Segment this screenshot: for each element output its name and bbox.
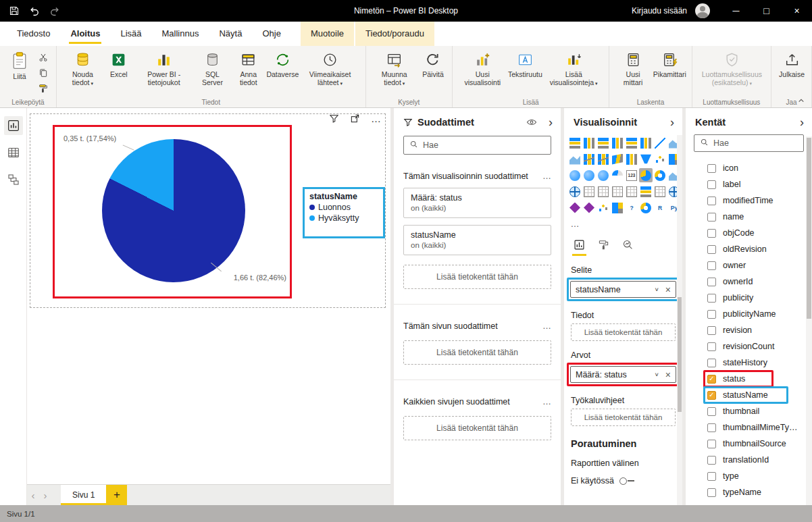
power-automate-button[interactable]: [582, 201, 596, 215]
pie-chart-visual[interactable]: [102, 139, 245, 282]
clustered-column-chart-button[interactable]: [611, 136, 624, 150]
field-item-owner[interactable]: owner: [686, 257, 812, 273]
scrollbar-thumb[interactable]: [678, 297, 682, 412]
page-tab-sivu-1[interactable]: Sivu 1: [61, 485, 106, 505]
tab-lisaa[interactable]: Lisää: [110, 22, 151, 46]
muunna-tiedot-button[interactable]: Muunna tiedot ▾: [371, 49, 418, 89]
checkbox-thumbnail[interactable]: [707, 407, 716, 416]
liita-button[interactable]: Liitä: [5, 49, 34, 82]
power-apps-button[interactable]: [568, 201, 582, 215]
checkbox-publicity[interactable]: [707, 294, 716, 303]
field-item-publicityname[interactable]: publicityName: [686, 306, 812, 322]
gauge-button[interactable]: [611, 168, 624, 182]
close-button[interactable]: ×: [782, 0, 812, 22]
slicer-button[interactable]: [597, 184, 610, 199]
dataverse-button[interactable]: Dataverse: [266, 49, 299, 80]
scrollbar[interactable]: [806, 136, 812, 505]
waterfall-chart-button[interactable]: [625, 152, 638, 166]
checkbox-label[interactable]: [707, 180, 716, 189]
get-more-visuals-button[interactable]: …: [568, 217, 582, 231]
remove-field-icon[interactable]: ×: [665, 369, 671, 380]
scrollbar-thumb[interactable]: [807, 138, 811, 319]
undo-icon[interactable]: [24, 0, 45, 22]
new-page-button[interactable]: +: [106, 485, 127, 505]
excel-button[interactable]: Excel: [104, 49, 134, 80]
multi-row-card-button[interactable]: [582, 184, 596, 199]
sign-in-button[interactable]: Kirjaudu sisään: [624, 6, 695, 16]
anna-tiedot-button[interactable]: Anna tiedot: [230, 49, 266, 89]
field-item-statehistory[interactable]: stateHistory: [686, 355, 812, 371]
field-item-label[interactable]: label: [686, 176, 812, 192]
decomposition-tree-button[interactable]: [611, 201, 624, 215]
clustered-bar-chart-button[interactable]: [597, 136, 610, 150]
checkbox-owner[interactable]: [707, 261, 716, 270]
viimeaikaiset-lahteet-button[interactable]: Viimeaikaiset lähteet ▾: [299, 49, 361, 89]
filter-icon[interactable]: [329, 113, 339, 124]
collapse-pane-icon[interactable]: ›: [800, 118, 804, 127]
fields-search[interactable]: [694, 134, 804, 152]
more-options-icon[interactable]: …: [542, 321, 551, 331]
more-options-icon[interactable]: …: [542, 396, 551, 407]
line-chart-button[interactable]: [653, 136, 667, 150]
line-and-clustered-column-chart-button[interactable]: [597, 152, 610, 166]
maximize-button[interactable]: □: [751, 0, 782, 22]
field-item-revision[interactable]: revision: [686, 322, 812, 338]
collapse-pane-icon[interactable]: ›: [549, 118, 553, 127]
luottamuksellisuus-esikatselu-button[interactable]: Luottamuksellisuus (esikatselu) ▾: [697, 49, 767, 89]
shape-map-button[interactable]: [597, 168, 610, 182]
collapse-ribbon-button[interactable]: [796, 97, 807, 105]
paginated-report-button[interactable]: [653, 184, 667, 199]
field-item-name[interactable]: name: [686, 209, 812, 225]
next-page-icon[interactable]: ›: [39, 485, 51, 505]
funnel-chart-button[interactable]: [639, 152, 653, 166]
filled-map-button[interactable]: [582, 168, 596, 182]
model-view-button[interactable]: [4, 170, 23, 189]
uusi-visualisointi-button[interactable]: Uusi visualisointi: [457, 49, 508, 89]
matrix-button[interactable]: [625, 184, 638, 199]
lisaa-visualisointeja-button[interactable]: Lisää visualisointeja ▾: [542, 49, 605, 89]
checkbox-ownerid[interactable]: [707, 278, 716, 286]
qna-button[interactable]: ?: [625, 201, 638, 215]
table-button[interactable]: [611, 184, 624, 199]
field-item-translationid[interactable]: translationId: [686, 452, 812, 468]
field-item-thumbnailsource[interactable]: thumbnailSource: [686, 436, 812, 452]
format-painter-button[interactable]: [36, 82, 51, 95]
legend-item-luonnos[interactable]: Luonnos: [309, 203, 378, 212]
checkbox-thumbnailsource[interactable]: [707, 440, 716, 448]
julkaise-button[interactable]: Julkaise: [776, 49, 807, 80]
eye-icon[interactable]: [526, 117, 537, 128]
arvot-field-pill[interactable]: Määrä: status∨×: [570, 366, 676, 383]
field-item-typename[interactable]: typeName: [686, 484, 812, 500]
field-item-thumbnailmimety[interactable]: thumbnailMimeTy…: [686, 419, 812, 436]
azure-map-button[interactable]: [568, 184, 582, 199]
data-view-button[interactable]: [4, 143, 23, 162]
100-stacked-bar-chart-button[interactable]: [625, 136, 638, 150]
100-stacked-column-chart-button[interactable]: [639, 136, 653, 150]
report-view-button[interactable]: [4, 116, 23, 135]
checkbox-publicityname[interactable]: [707, 310, 716, 319]
cut-button[interactable]: [36, 51, 51, 64]
field-item-thumbnail[interactable]: thumbnail: [686, 403, 812, 419]
checkbox-translationid[interactable]: [707, 456, 716, 465]
checkbox-thumbnailmimety[interactable]: [707, 423, 716, 432]
analytics-tab[interactable]: [621, 238, 635, 256]
checkbox-statehistory[interactable]: [707, 359, 716, 367]
field-item-icon[interactable]: icon: [686, 160, 812, 176]
checkbox-objcode[interactable]: [707, 229, 716, 238]
checkbox-status[interactable]: ✓: [707, 375, 716, 384]
remove-field-icon[interactable]: ×: [665, 284, 671, 295]
field-item-type[interactable]: type: [686, 468, 812, 484]
smart-narrative-button[interactable]: [639, 184, 653, 199]
field-item-publicity[interactable]: publicity: [686, 290, 812, 306]
field-item-oldrevision[interactable]: oldRevision: [686, 241, 812, 257]
field-item-objcode[interactable]: objCode: [686, 225, 812, 241]
cross-report-toggle[interactable]: [619, 477, 634, 485]
sql-server-button[interactable]: SQL Server: [194, 49, 230, 89]
nouda-tiedot-button[interactable]: Nouda tiedot ▾: [61, 49, 104, 89]
tab-ohje[interactable]: Ohje: [252, 22, 290, 46]
checkbox-statusname[interactable]: ✓: [707, 391, 716, 400]
filters-search[interactable]: [403, 136, 551, 155]
focus-mode-icon[interactable]: [350, 113, 360, 124]
avatar[interactable]: [695, 3, 710, 18]
metrics-button[interactable]: [639, 201, 653, 215]
